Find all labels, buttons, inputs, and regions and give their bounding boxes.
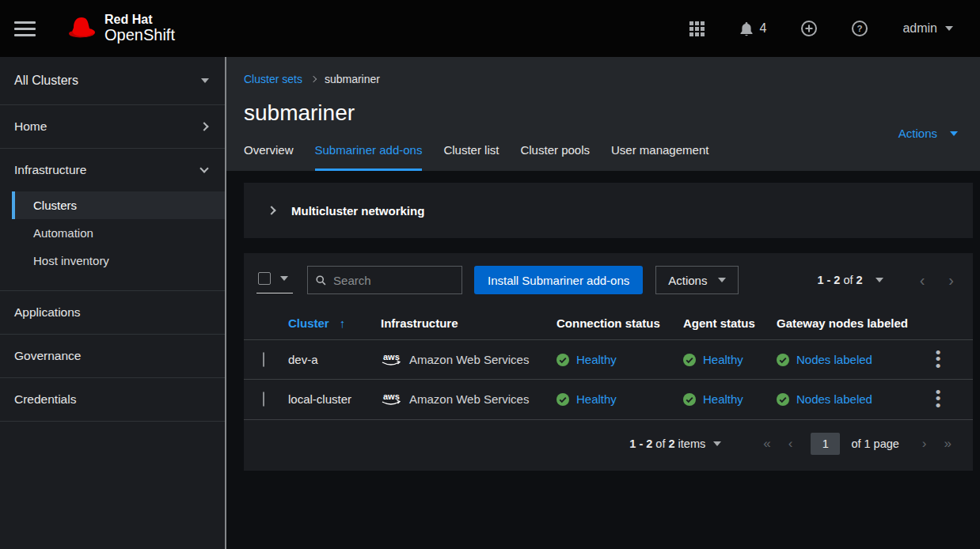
page-actions-label: Actions (898, 127, 937, 140)
svg-text:aws: aws (383, 352, 400, 362)
sidebar-item-credentials[interactable]: Credentials (0, 378, 225, 421)
brand-logo: Red Hat OpenShift (63, 13, 175, 44)
page-header: Cluster sets submariner submariner Actio… (226, 57, 980, 171)
chevron-right-icon (199, 122, 208, 131)
connection-status-link[interactable]: Healthy (576, 353, 617, 366)
bulk-select-dropdown[interactable] (256, 267, 293, 293)
help-icon[interactable]: ? (852, 21, 868, 36)
gateway-nodes-link[interactable]: Nodes labeled (796, 392, 872, 406)
next-page-icon[interactable]: › (942, 272, 960, 288)
sidebar-item-clusters[interactable]: Clusters (12, 191, 225, 219)
submariner-addons-table: Cluster↑ Infrastructure Connection statu… (244, 305, 973, 419)
row-kebab-menu-icon[interactable]: ••• (927, 350, 949, 370)
caret-down-icon[interactable] (876, 278, 883, 282)
breadcrumb-separator-icon (310, 76, 317, 82)
sidebar-item-applications[interactable]: Applications (0, 291, 225, 334)
row-checkbox[interactable] (263, 392, 264, 407)
page-number-input[interactable] (811, 433, 840, 455)
tab-overview[interactable]: Overview (244, 143, 294, 171)
cluster-name: local-cluster (288, 392, 351, 406)
sidebar-item-label: Applications (14, 305, 81, 320)
add-resource-icon[interactable] (801, 21, 817, 36)
prev-page-icon[interactable]: ‹ (914, 272, 932, 288)
infrastructure-label: Amazon Web Services (409, 392, 529, 406)
prev-page-icon[interactable]: ‹ (781, 436, 800, 452)
pagination-bottom: 1 - 2 of 2 items « ‹ of 1 page › » (244, 419, 973, 471)
sidebar-item-label: Infrastructure (14, 163, 86, 177)
check-circle-icon (556, 393, 569, 406)
page-count-label: of 1 page (851, 437, 898, 450)
table-toolbar: Install Submariner add-ons Actions 1 - 2… (244, 266, 973, 305)
user-menu[interactable]: admin (902, 21, 953, 36)
tab-submariner-add-ons[interactable]: Submariner add-ons (315, 143, 423, 171)
brand-line1: Red Hat (104, 13, 175, 27)
caret-down-icon[interactable] (713, 441, 721, 446)
cluster-name: dev-a (288, 353, 318, 366)
sidebar-item-governance[interactable]: Governance (0, 335, 225, 377)
sidebar-item-label: Home (14, 119, 47, 134)
check-circle-icon (777, 393, 789, 406)
username: admin (902, 21, 937, 36)
breadcrumb: Cluster sets submariner (244, 73, 980, 85)
check-circle-icon (556, 354, 569, 366)
notification-count: 4 (760, 21, 767, 36)
app-launcher-icon[interactable] (689, 21, 705, 36)
column-header-gateway-nodes[interactable]: Gateway nodes labeled (777, 305, 927, 340)
column-header-connection-status[interactable]: Connection status (556, 305, 683, 340)
caret-down-icon (280, 276, 288, 281)
check-circle-icon (683, 354, 696, 366)
agent-status-link[interactable]: Healthy (703, 353, 743, 366)
notifications-bell-icon[interactable]: 4 (739, 21, 767, 36)
check-circle-icon (777, 354, 789, 366)
column-header-agent-status[interactable]: Agent status (683, 305, 777, 340)
tab-cluster-list[interactable]: Cluster list (443, 143, 499, 171)
redhat-fedora-icon (63, 16, 97, 40)
cluster-selector-dropdown[interactable]: All Clusters (0, 57, 225, 104)
aws-icon: aws (381, 352, 402, 367)
page-content: Multicluster networking Install Submarin… (226, 171, 980, 549)
row-checkbox[interactable] (263, 352, 264, 367)
page-actions-dropdown[interactable]: Actions (898, 127, 958, 140)
first-page-icon[interactable]: « (756, 436, 777, 452)
tab-bar: Overview Submariner add-ons Cluster list… (244, 143, 980, 171)
breadcrumb-cluster-sets-link[interactable]: Cluster sets (244, 73, 302, 85)
next-page-icon[interactable]: › (915, 436, 934, 452)
caret-down-icon (950, 131, 958, 136)
pagination-items-summary[interactable]: 1 - 2 of 2 items (629, 437, 705, 450)
last-page-icon[interactable]: » (937, 436, 959, 452)
agent-status-link[interactable]: Healthy (703, 392, 743, 406)
infrastructure-label: Amazon Web Services (409, 353, 529, 366)
breadcrumb-current: submariner (325, 73, 380, 85)
sidebar-item-label: Host inventory (33, 254, 109, 267)
select-all-checkbox[interactable] (258, 272, 271, 285)
sidebar-item-label: Credentials (14, 392, 76, 407)
sidebar-item-label: Governance (14, 349, 81, 363)
table-header-row: Cluster↑ Infrastructure Connection statu… (244, 305, 973, 340)
nav-toggle-icon[interactable] (14, 21, 36, 36)
sidebar-item-label: Clusters (33, 199, 77, 212)
column-header-infrastructure[interactable]: Infrastructure (381, 305, 556, 340)
pagination-summary[interactable]: 1 - 2 of 2 (817, 274, 862, 286)
search-input[interactable] (333, 274, 454, 287)
install-submariner-button[interactable]: Install Submariner add-ons (474, 266, 643, 294)
column-header-cluster[interactable]: Cluster↑ (288, 305, 381, 340)
sidebar-item-host-inventory[interactable]: Host inventory (0, 247, 225, 274)
tab-cluster-pools[interactable]: Cluster pools (520, 143, 590, 171)
table-actions-dropdown[interactable]: Actions (655, 266, 739, 294)
cluster-selector-label: All Clusters (14, 74, 78, 88)
gateway-nodes-link[interactable]: Nodes labeled (796, 353, 872, 366)
caret-down-icon (718, 278, 726, 282)
table-row: dev-a aws Amazon Web Services (244, 340, 973, 380)
pagination-top: 1 - 2 of 2 ‹ › (817, 272, 960, 288)
expand-chevron-icon[interactable] (267, 206, 275, 214)
tab-user-management[interactable]: User management (611, 143, 708, 171)
search-box (307, 266, 462, 294)
sidebar-item-infrastructure[interactable]: Infrastructure (0, 149, 225, 191)
multicluster-networking-expandable[interactable]: Multicluster networking (244, 183, 973, 238)
submariner-table-card: Install Submariner add-ons Actions 1 - 2… (244, 253, 973, 471)
sidebar-item-home[interactable]: Home (0, 105, 225, 148)
row-kebab-menu-icon[interactable]: ••• (927, 389, 949, 410)
sidebar-item-automation[interactable]: Automation (0, 219, 225, 247)
connection-status-link[interactable]: Healthy (576, 392, 617, 406)
svg-text:?: ? (857, 24, 863, 33)
